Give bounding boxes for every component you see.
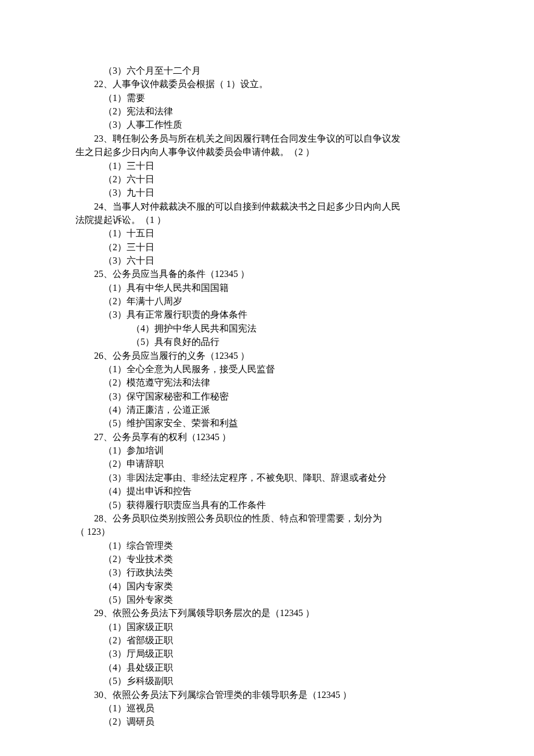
text-line: （1）十五日 (75, 226, 459, 240)
text-line: （4）县处级正职 (75, 661, 459, 674)
text-line: 25、公务员应当具备的条件（12345 ） (75, 267, 459, 280)
text-line: 29、依照公务员法下列属领导职务层次的是（12345 ） (75, 606, 459, 620)
text-line: 23、聘任制公务员与所在机关之间因履行聘任合同发生争议的可以自争议发 (75, 132, 459, 145)
text-line: （1）需要 (75, 91, 459, 105)
text-line: 27、公务员享有的权利（12345 ） (75, 430, 459, 444)
text-line: （2）年满十八周岁 (75, 294, 459, 308)
text-line: 22、人事争议仲裁委员会根据（ 1）设立。 (75, 77, 459, 91)
text-line: （2）申请辞职 (75, 457, 459, 470)
text-line: （1）全心全意为人民服务，接受人民监督 (75, 362, 459, 376)
text-line: 28、公务员职位类别按照公务员职位的性质、特点和管理需要，划分为 (75, 512, 459, 525)
text-line: （5）国外专家类 (75, 593, 459, 606)
document-page: （3）六个月至十二个月22、人事争议仲裁委员会根据（ 1）设立。（1）需要（2）… (0, 0, 534, 756)
text-line: （3）九十日 (75, 186, 459, 199)
text-line: （1）国家级正职 (75, 620, 459, 633)
text-line: （3）保守国家秘密和工作秘密 (75, 390, 459, 403)
text-line: （1）巡视员 (75, 701, 459, 715)
text-line: （1）综合管理类 (75, 539, 459, 552)
text-line: （3）六个月至十二个月 (75, 64, 459, 77)
text-line: （2）专业技术类 (75, 552, 459, 566)
text-line: （3）六十日 (75, 254, 459, 267)
text-line: 30、依照公务员法下列属综合管理类的非领导职务是（12345 ） (75, 688, 459, 701)
text-line: （4）清正廉洁，公道正派 (75, 403, 459, 416)
text-line: （4）国内专家类 (75, 579, 459, 593)
text-line: （2）调研员 (75, 715, 459, 728)
text-line: （1）三十日 (75, 159, 459, 172)
text-line: 24、当事人对仲裁裁决不服的可以自接到仲裁裁决书之日起多少日内向人民 (75, 200, 459, 213)
text-line: （3）具有正常履行职责的身体条件 (75, 308, 459, 321)
text-line: （2）六十日 (75, 172, 459, 186)
text-line: （1）具有中华人民共和国国籍 (75, 281, 459, 294)
text-line: （5）具有良好的品行 (75, 335, 459, 348)
text-line: （ 123） (75, 525, 459, 538)
text-line: 26、公务员应当履行的义务（12345 ） (75, 349, 459, 362)
text-line: （3）厅局级正职 (75, 647, 459, 660)
text-line: （2）模范遵守宪法和法律 (75, 376, 459, 389)
text-line: （2）省部级正职 (75, 633, 459, 647)
text-line: 法院提起诉讼。（1 ） (75, 213, 459, 226)
text-line: （5）维护国家安全、荣誉和利益 (75, 416, 459, 430)
text-line: （2）三十日 (75, 240, 459, 254)
text-line: （4）拥护中华人民共和国宪法 (75, 322, 459, 335)
text-line: （2）宪法和法律 (75, 105, 459, 118)
text-line: （3）非因法定事由、非经法定程序，不被免职、降职、辞退或者处分 (75, 471, 459, 484)
text-line: （3）行政执法类 (75, 566, 459, 579)
text-line: （4）提出申诉和控告 (75, 484, 459, 498)
text-line: （3）人事工作性质 (75, 118, 459, 131)
text-line: 生之日起多少日内向人事争议仲裁委员会申请仲裁。（2 ） (75, 145, 459, 159)
text-line: （5）乡科级副职 (75, 674, 459, 687)
text-line: （5）获得履行职责应当具有的工作条件 (75, 498, 459, 512)
text-line: （1）参加培训 (75, 444, 459, 457)
